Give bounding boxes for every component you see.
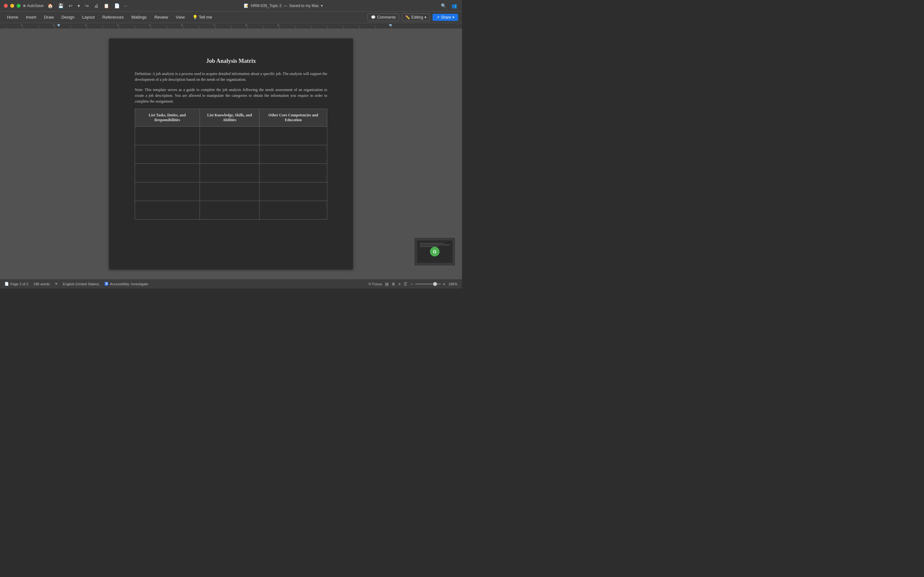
table-row[interactable]: [135, 182, 327, 201]
editing-button[interactable]: ✏️ Editing ▾: [402, 13, 430, 21]
maximize-window-button[interactable]: [17, 4, 21, 8]
save-icon[interactable]: 💾: [57, 3, 65, 9]
language-label[interactable]: English (United States): [63, 282, 99, 286]
ruler-tick: [199, 26, 199, 29]
save-status: Saved to my Mac: [289, 3, 319, 8]
table-cell[interactable]: [200, 164, 260, 182]
document-para1[interactable]: Definition: A job analysis is a process …: [135, 71, 327, 82]
menu-design[interactable]: Design: [58, 13, 78, 21]
table-cell[interactable]: [135, 201, 200, 219]
ruler-tick: [231, 26, 231, 29]
doc-icon-center: 📝: [244, 3, 249, 8]
menu-mailings[interactable]: Mailings: [128, 13, 150, 21]
ruler-tick: [343, 26, 344, 29]
focus-button[interactable]: ⊙ Focus: [368, 282, 382, 286]
comments-button[interactable]: 💬 Comments: [367, 13, 399, 21]
table-row[interactable]: [135, 145, 327, 164]
redo-icon[interactable]: ↪: [84, 3, 90, 9]
table-cell[interactable]: [135, 164, 200, 182]
menu-insert[interactable]: Insert: [23, 13, 40, 21]
lightbulb-icon: 💡: [192, 15, 198, 19]
avatar: G: [430, 247, 439, 256]
ruler-tick: [375, 26, 376, 29]
thumbnail-inner: G: [417, 240, 452, 263]
close-window-button[interactable]: [4, 4, 8, 8]
ruler-tick: [71, 26, 71, 29]
save-status-arrow: ▾: [321, 3, 323, 8]
ruler-tick: [119, 26, 119, 29]
doc-icon[interactable]: 📄: [113, 3, 121, 9]
ruler-tick: [135, 26, 135, 29]
table-cell[interactable]: [200, 127, 260, 145]
menu-review[interactable]: Review: [151, 13, 171, 21]
document-area[interactable]: Job Analysis Matrix Definition: A job an…: [0, 29, 462, 279]
table-cell[interactable]: [135, 182, 200, 201]
minimize-window-button[interactable]: [10, 4, 14, 8]
table-cell[interactable]: [260, 127, 327, 145]
undo-icon[interactable]: ↩: [67, 3, 74, 9]
menu-tell-me[interactable]: 💡 Tell me: [189, 13, 215, 21]
table-row[interactable]: [135, 201, 327, 219]
table-header-tasks: List Tasks, Duties, and Responsibilities: [135, 109, 200, 127]
menu-draw[interactable]: Draw: [41, 13, 57, 21]
menu-layout[interactable]: Layout: [79, 13, 98, 21]
zoom-track: [415, 284, 441, 285]
ruler-label-2: 2: [53, 24, 54, 27]
ruler-tick: [23, 26, 23, 29]
read-mode-button[interactable]: ☰: [404, 282, 407, 286]
table-cell[interactable]: [260, 182, 327, 201]
table-cell[interactable]: [135, 145, 200, 164]
ruler-tick: [391, 26, 392, 29]
autosave-label: AutoSave: [23, 3, 44, 8]
menu-bar-right: 💬 Comments ✏️ Editing ▾ ↗ Share ▾: [367, 13, 458, 21]
menu-bar: Home Insert Draw Design Layout Reference…: [0, 11, 462, 23]
zoom-thumb[interactable]: [433, 282, 437, 286]
document-para2[interactable]: Note: This template serves as a guide to…: [135, 87, 327, 104]
menu-home[interactable]: Home: [4, 13, 21, 21]
save-status-separator: —: [284, 3, 288, 8]
search-icon[interactable]: 🔍: [439, 3, 447, 9]
ruler-tick: [295, 26, 296, 29]
pencil-icon: ✏️: [405, 15, 410, 19]
home-icon[interactable]: 🏠: [46, 3, 54, 9]
matrix-table[interactable]: List Tasks, Duties, and Responsibilities…: [135, 109, 327, 219]
status-bar: 📄 Page 2 of 2 186 words ✕ English (Unite…: [0, 279, 462, 288]
focus-icon: ⊙: [368, 282, 371, 286]
table-cell[interactable]: [260, 145, 327, 164]
zoom-out-button[interactable]: −: [410, 282, 413, 287]
ruler-left-indent[interactable]: [57, 24, 60, 27]
comments-icon: 💬: [371, 15, 376, 19]
ruler-label-8: 8: [246, 24, 247, 27]
table-cell[interactable]: [200, 201, 260, 219]
zoom-level[interactable]: 166%: [449, 282, 457, 286]
outline-view-button[interactable]: ≡: [398, 282, 401, 286]
document-page[interactable]: Job Analysis Matrix Definition: A job an…: [109, 39, 353, 269]
undo-dropdown-icon[interactable]: ▾: [76, 3, 81, 9]
table-cell[interactable]: [200, 182, 260, 201]
web-view-button[interactable]: ⊞: [392, 282, 395, 286]
page-icon: 📄: [5, 282, 9, 286]
table-row[interactable]: [135, 127, 327, 145]
share-button[interactable]: ↗ Share ▾: [433, 14, 458, 21]
menu-view[interactable]: View: [173, 13, 188, 21]
table-cell[interactable]: [260, 164, 327, 182]
zoom-in-button[interactable]: +: [443, 282, 445, 287]
word-count: 186 words: [33, 282, 50, 286]
ruler-tick: [311, 26, 312, 29]
more-commands-icon[interactable]: ···: [124, 3, 128, 8]
menu-references[interactable]: References: [99, 13, 127, 21]
table-cell[interactable]: [135, 127, 200, 145]
table-cell[interactable]: [260, 201, 327, 219]
print-icon[interactable]: 🖨: [93, 3, 100, 9]
clipboard-icon[interactable]: 📋: [102, 3, 110, 9]
autosave-text: AutoSave: [27, 3, 44, 8]
ruler-tick: [167, 26, 167, 29]
ruler-label-6: 6: [181, 24, 183, 27]
share-people-icon[interactable]: 👥: [450, 3, 458, 9]
table-cell[interactable]: [200, 145, 260, 164]
document-thumbnail: G: [414, 237, 456, 266]
doc-title: HRM-635_Topic 2: [250, 3, 281, 8]
title-bar: AutoSave 🏠 💾 ↩ ▾ ↪ 🖨 📋 📄 ··· 📝 HRM-635_T…: [0, 0, 462, 11]
table-row[interactable]: [135, 164, 327, 182]
print-layout-view-button[interactable]: ▤: [385, 282, 389, 286]
